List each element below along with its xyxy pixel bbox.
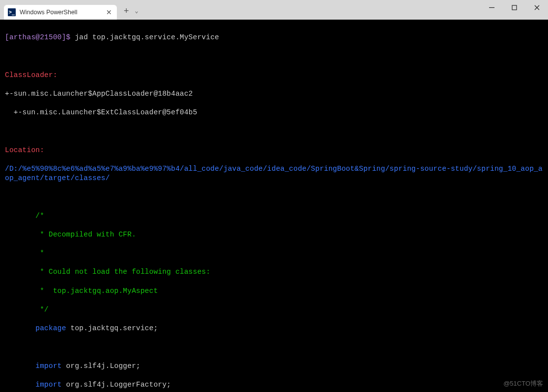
svg-rect-1 (512, 5, 517, 10)
new-tab-button[interactable]: + (124, 6, 129, 16)
classloader-line: +-sun.misc.Launcher$ExtClassLoader@5ef04… (5, 108, 197, 116)
terminal-content[interactable]: [arthas@21500]$ jad top.jacktgq.service.… (0, 20, 548, 392)
powershell-icon: >_ (8, 8, 16, 16)
maximize-button[interactable] (503, 0, 525, 15)
comment-line: * top.jacktgq.aop.MyAspect (5, 287, 158, 295)
prompt-line: [arthas@21500]$ jad top.jacktgq.service.… (5, 33, 543, 42)
tab-powershell[interactable]: >_ Windows PowerShell ✕ (4, 5, 117, 20)
location-path: /D:/%e5%90%8c%e6%ad%a5%e7%a9%ba%e9%97%b4… (5, 165, 543, 182)
tab-close-icon[interactable]: ✕ (106, 8, 112, 16)
comment-line: * Decompiled with CFR. (5, 231, 136, 238)
classloader-line: +-sun.misc.Launcher$AppClassLoader@18b4a… (5, 90, 193, 98)
watermark: @51CTO博客 (503, 379, 543, 388)
tab-dropdown-icon[interactable]: ⌄ (135, 7, 138, 15)
location-header: Location: (5, 146, 44, 154)
code-line: package top.jacktgq.service; (5, 324, 543, 333)
minimize-button[interactable] (480, 0, 503, 15)
code-line: import org.slf4j.Logger; (5, 362, 543, 371)
classloader-header: ClassLoader: (5, 71, 57, 79)
tab-title: Windows PowerShell (20, 9, 102, 16)
close-window-button[interactable] (525, 0, 548, 15)
window-titlebar: >_ Windows PowerShell ✕ + ⌄ (0, 0, 548, 20)
comment-line: */ (5, 306, 49, 314)
comment-line: /* (5, 212, 44, 220)
code-line: import org.slf4j.LoggerFactory; (5, 380, 543, 390)
comment-line: * (5, 249, 44, 257)
comment-line: * Could not load the following classes: (5, 268, 210, 276)
